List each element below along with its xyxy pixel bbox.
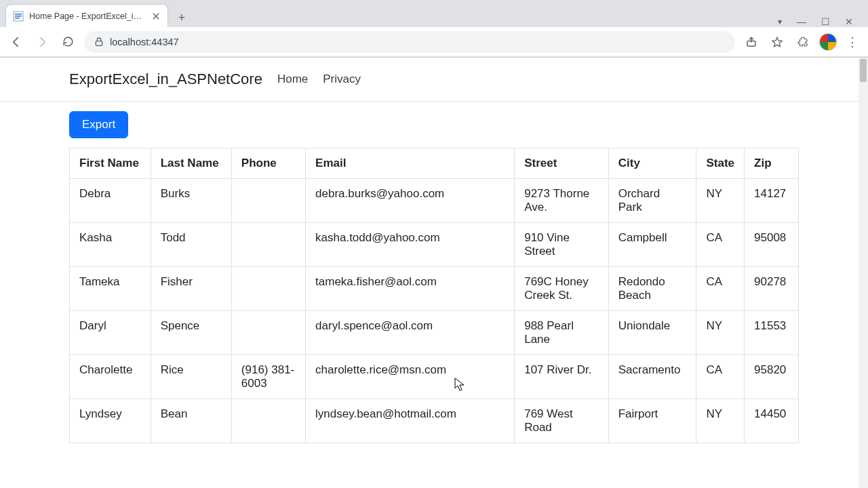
table-row: TamekaFishertameka.fisher@aol.com769C Ho… — [70, 267, 799, 311]
cell-last: Rice — [151, 355, 231, 399]
cell-phone — [231, 267, 305, 311]
favicon-icon — [13, 11, 24, 22]
svg-rect-3 — [15, 18, 20, 19]
nav-link-privacy[interactable]: Privacy — [323, 73, 361, 86]
new-tab-button[interactable]: + — [172, 8, 191, 27]
cell-last: Todd — [151, 223, 231, 267]
svg-rect-2 — [15, 16, 22, 17]
col-header: Phone — [231, 148, 305, 179]
col-header: Email — [306, 148, 515, 179]
col-header: Last Name — [151, 148, 231, 179]
cell-street: 9273 Thorne Ave. — [515, 179, 609, 223]
export-button[interactable]: Export — [69, 111, 128, 138]
cell-first: Lyndsey — [70, 399, 151, 443]
scrollbar-thumb[interactable] — [860, 59, 867, 82]
cell-last: Burks — [151, 179, 231, 223]
cell-street: 769 West Road — [515, 399, 609, 443]
page-viewport: ExportExcel_in_ASPNetCore Home Privacy E… — [0, 58, 868, 488]
cell-last: Fisher — [151, 267, 231, 311]
browser-toolbar: localhost:44347 ⋮ — [0, 27, 868, 57]
maximize-icon[interactable]: ☐ — [821, 16, 830, 27]
cell-state: CA — [696, 223, 745, 267]
cell-city: Campbell — [608, 223, 696, 267]
cell-zip: 95008 — [745, 223, 799, 267]
table-row: KashaToddkasha.todd@yahoo.com910 Vine St… — [70, 223, 799, 267]
back-button[interactable] — [7, 33, 26, 52]
cell-city: Sacramento — [608, 355, 696, 399]
cell-phone — [231, 311, 305, 355]
url-text: localhost:44347 — [110, 37, 179, 47]
col-header: First Name — [70, 148, 151, 179]
reload-button[interactable] — [58, 33, 77, 52]
nav-link-home[interactable]: Home — [277, 73, 308, 86]
scrollbar[interactable] — [859, 58, 868, 488]
cell-email: tameka.fisher@aol.com — [306, 267, 515, 311]
tab-title: Home Page - ExportExcel_in_ASPNetCore — [29, 12, 146, 21]
cell-email: lyndsey.bean@hotmail.com — [306, 399, 515, 443]
cell-email: debra.burks@yahoo.com — [306, 179, 515, 223]
address-bar[interactable]: localhost:44347 — [84, 31, 735, 53]
col-header: Street — [515, 148, 609, 179]
cell-state: NY — [696, 399, 745, 443]
cell-phone — [231, 223, 305, 267]
cell-street: 769C Honey Creek St. — [515, 267, 609, 311]
cell-zip: 14127 — [745, 179, 799, 223]
svg-rect-1 — [15, 14, 22, 15]
window-close-icon[interactable]: ✕ — [845, 16, 853, 27]
lock-icon — [94, 37, 104, 47]
tab-strip: Home Page - ExportExcel_in_ASPNetCore + … — [0, 0, 868, 27]
cell-state: NY — [696, 311, 745, 355]
table-row: CharoletteRice(916) 381-6003charolette.r… — [70, 355, 799, 399]
cell-email: kasha.todd@yahoo.com — [306, 223, 515, 267]
cell-zip: 95820 — [745, 355, 799, 399]
close-icon[interactable] — [151, 12, 161, 21]
forward-button[interactable] — [33, 33, 52, 52]
menu-icon[interactable]: ⋮ — [844, 36, 861, 48]
cell-first: Kasha — [70, 223, 151, 267]
minimize-icon[interactable]: ― — [797, 16, 806, 27]
cell-city: Uniondale — [608, 311, 696, 355]
cell-city: Redondo Beach — [608, 267, 696, 311]
table-row: DebraBurksdebra.burks@yahoo.com9273 Thor… — [70, 179, 799, 223]
cell-email: daryl.spence@aol.com — [306, 311, 515, 355]
cell-state: NY — [696, 179, 745, 223]
cell-street: 910 Vine Street — [515, 223, 609, 267]
cell-phone — [231, 399, 305, 443]
bookmark-icon[interactable] — [768, 33, 787, 52]
cell-phone — [231, 179, 305, 223]
cell-state: CA — [696, 267, 745, 311]
share-icon[interactable] — [742, 33, 761, 52]
cell-zip: 90278 — [745, 267, 799, 311]
cell-first: Debra — [70, 179, 151, 223]
cell-email: charolette.rice@msn.com — [306, 355, 515, 399]
profile-avatar[interactable] — [819, 33, 837, 51]
cell-last: Bean — [151, 399, 231, 443]
cell-zip: 14450 — [745, 399, 799, 443]
cell-first: Charolette — [70, 355, 151, 399]
col-header: State — [696, 148, 745, 179]
col-header: City — [608, 148, 696, 179]
cell-city: Orchard Park — [608, 179, 696, 223]
cell-city: Fairport — [608, 399, 696, 443]
svg-rect-6 — [96, 41, 102, 45]
main-content: Export First Name Last Name Phone Email … — [61, 102, 807, 443]
cell-first: Daryl — [70, 311, 151, 355]
brand-link[interactable]: ExportExcel_in_ASPNetCore — [69, 70, 262, 88]
col-header: Zip — [745, 148, 799, 179]
table-row: DarylSpencedaryl.spence@aol.com988 Pearl… — [70, 311, 799, 355]
cell-street: 107 River Dr. — [515, 355, 609, 399]
window-controls: ▾ ― ☐ ✕ — [778, 16, 863, 27]
cell-first: Tameka — [70, 267, 151, 311]
table-header-row: First Name Last Name Phone Email Street … — [70, 148, 799, 179]
cell-zip: 11553 — [745, 311, 799, 355]
extensions-icon[interactable] — [793, 33, 812, 52]
table-row: LyndseyBeanlyndsey.bean@hotmail.com769 W… — [70, 399, 799, 443]
browser-tab[interactable]: Home Page - ExportExcel_in_ASPNetCore — [5, 4, 168, 27]
data-table: First Name Last Name Phone Email Street … — [69, 148, 799, 443]
cell-state: CA — [696, 355, 745, 399]
cell-last: Spence — [151, 311, 231, 355]
chevron-down-icon[interactable]: ▾ — [778, 17, 782, 26]
browser-chrome: Home Page - ExportExcel_in_ASPNetCore + … — [0, 0, 868, 58]
cell-street: 988 Pearl Lane — [515, 311, 609, 355]
site-navbar: ExportExcel_in_ASPNetCore Home Privacy — [0, 58, 868, 102]
